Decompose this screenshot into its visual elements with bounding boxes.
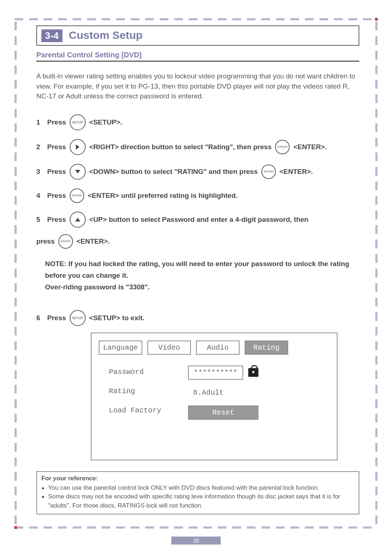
step-press-label: press [36,237,55,245]
down-arrow-key-icon [70,164,86,180]
reference-title: For your reference: [41,475,354,482]
step-number: 3 [36,168,44,176]
step-5: 5 Press <UP> button to select Password a… [36,212,359,249]
osd-tabs: Language Video Audio Rating [99,341,330,355]
steps-list: 1 Press SETUP <SETUP>. 2 Press <RIGHT> d… [36,114,359,249]
step-text: <UP> button to select Password and enter… [89,216,309,224]
step-6: 6 Press SETUP <SETUP> to exit. [36,310,359,326]
osd-rating-value: 8.Adult [188,386,258,399]
osd-password-value: ********** [188,366,243,380]
subtitle-bar: Parental Control Setting [DVD] [36,49,359,62]
osd-item-load-factory: Load Factory [104,404,166,417]
step-number: 2 [36,143,44,151]
step-4: 4 Press ENTER <ENTER> until preferred ra… [36,188,359,203]
step-2: 2 Press <RIGHT> direction button to sele… [36,139,359,155]
up-arrow-key-icon [70,212,86,228]
osd-reset-value: Reset [188,406,258,420]
enter-key-icon: ENTER [261,164,276,179]
note-block: NOTE: If you had locked the rating, you … [45,258,359,293]
setup-key-icon: SETUP [70,310,86,326]
note-line: NOTE: If you had locked the rating, you … [45,258,359,282]
step-text: <DOWN> button to select "RATING" and the… [89,168,258,176]
step-text: <ENTER>. [293,143,327,151]
osd-item-password: Password [104,366,166,378]
step-text: <ENTER>. [77,237,110,245]
subtitle-text: Parental Control Setting [DVD] [36,51,142,59]
step-text: <SETUP>. [89,118,122,126]
enter-key-icon: ENTER [58,234,73,249]
osd-tab-rating: Rating [245,341,288,355]
step-1: 1 Press SETUP <SETUP>. [36,114,359,130]
osd-tab-video: Video [147,341,191,355]
osd-left-column: Password Rating Load Factory [104,366,166,420]
step-press-label: Press [47,192,66,200]
step-number: 1 [36,118,44,126]
osd-tab-audio: Audio [196,341,240,355]
page-footer: 28 [0,537,392,545]
osd-right-column: ********** 8.Adult Reset [188,366,258,420]
step-press-label: Press [47,216,66,224]
reference-item: Some discs may not be encoded with speci… [41,492,354,510]
osd-item-rating: Rating [104,385,166,398]
osd-tab-language: Language [99,341,142,355]
section-title-box: 3-4 Custom Setup [36,25,359,46]
reference-item: You can use the parental control lock ON… [41,484,354,493]
intro-paragraph: A built-in viewer rating setting enables… [36,71,359,101]
step-3: 3 Press <DOWN> button to select "RATING"… [36,164,359,180]
step-number: 4 [36,192,44,200]
enter-key-icon: ENTER [70,188,84,203]
note-line: Over-riding password is "3308". [45,281,359,293]
step-press-label: Press [47,314,66,322]
lock-icon [248,368,258,377]
step-text: <ENTER>. [279,168,313,176]
section-title: Custom Setup [69,29,143,41]
reference-box: For your reference: You can use the pare… [36,471,359,515]
section-number-badge: 3-4 [41,29,62,42]
step-number: 5 [36,216,44,224]
step-text: <ENTER> until preferred rating is highli… [88,192,238,200]
right-arrow-key-icon [70,139,86,155]
step-press-label: Press [47,168,66,176]
step-text: <SETUP> to exit. [89,314,144,322]
step-number: 6 [36,314,44,322]
osd-screenshot: Language Video Audio Rating Password Rat… [91,333,338,460]
step-press-label: Press [47,143,66,151]
setup-key-icon: SETUP [70,114,86,130]
step-text: <RIGHT> direction button to select "Rati… [89,143,272,151]
step-press-label: Press [47,118,66,126]
page-number: 28 [171,537,221,545]
enter-key-icon: ENTER [275,140,290,154]
